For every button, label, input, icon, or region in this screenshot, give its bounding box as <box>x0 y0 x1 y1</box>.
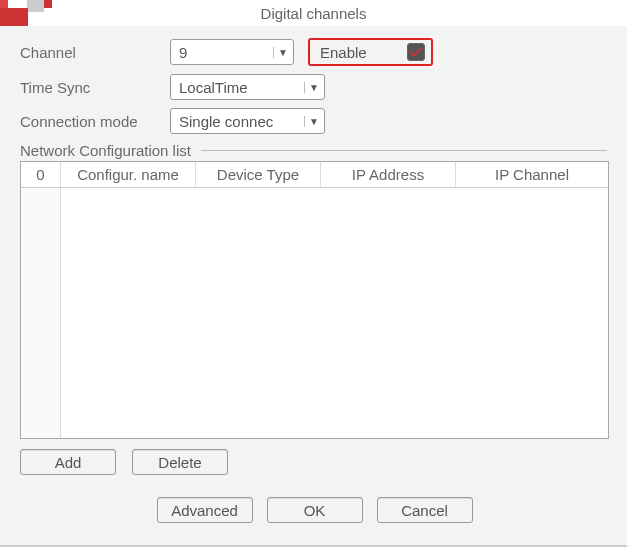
enable-checkbox[interactable] <box>407 43 425 61</box>
add-button[interactable]: Add <box>20 449 116 475</box>
timesync-label: Time Sync <box>20 79 170 96</box>
connmode-value: Single connec <box>179 113 300 130</box>
table-empty-area <box>61 188 608 438</box>
chevron-down-icon: ▼ <box>304 82 320 93</box>
ok-button[interactable]: OK <box>267 497 363 523</box>
table-gutter <box>21 188 61 438</box>
col-config-name: Configur. name <box>61 162 196 187</box>
cancel-button[interactable]: Cancel <box>377 497 473 523</box>
timesync-select[interactable]: LocalTime ▼ <box>170 74 325 100</box>
timesync-value: LocalTime <box>179 79 300 96</box>
enable-group: Enable <box>308 38 433 66</box>
channel-label: Channel <box>20 44 170 61</box>
connmode-select[interactable]: Single connec ▼ <box>170 108 325 134</box>
table-body <box>21 188 608 438</box>
window-title: Digital channels <box>261 5 367 22</box>
table-header: 0 Configur. name Device Type IP Address … <box>21 162 608 188</box>
app-logo <box>0 0 60 26</box>
network-config-table[interactable]: 0 Configur. name Device Type IP Address … <box>20 161 609 439</box>
col-device-type: Device Type <box>196 162 321 187</box>
network-config-label: Network Configuration list <box>20 142 609 159</box>
chevron-down-icon: ▼ <box>304 116 320 127</box>
advanced-button[interactable]: Advanced <box>157 497 253 523</box>
channel-select[interactable]: 9 ▼ <box>170 39 294 65</box>
col-ip-address: IP Address <box>321 162 456 187</box>
titlebar: Digital channels <box>0 0 627 26</box>
connmode-label: Connection mode <box>20 113 170 130</box>
dialog-content: Channel 9 ▼ Enable Time Sync LocalTime ▼… <box>0 26 627 531</box>
channel-value: 9 <box>179 44 269 61</box>
delete-button[interactable]: Delete <box>132 449 228 475</box>
col-ip-channel: IP Channel <box>456 162 608 187</box>
chevron-down-icon: ▼ <box>273 47 289 58</box>
col-index: 0 <box>21 162 61 187</box>
divider <box>201 150 607 151</box>
enable-label: Enable <box>320 44 367 61</box>
